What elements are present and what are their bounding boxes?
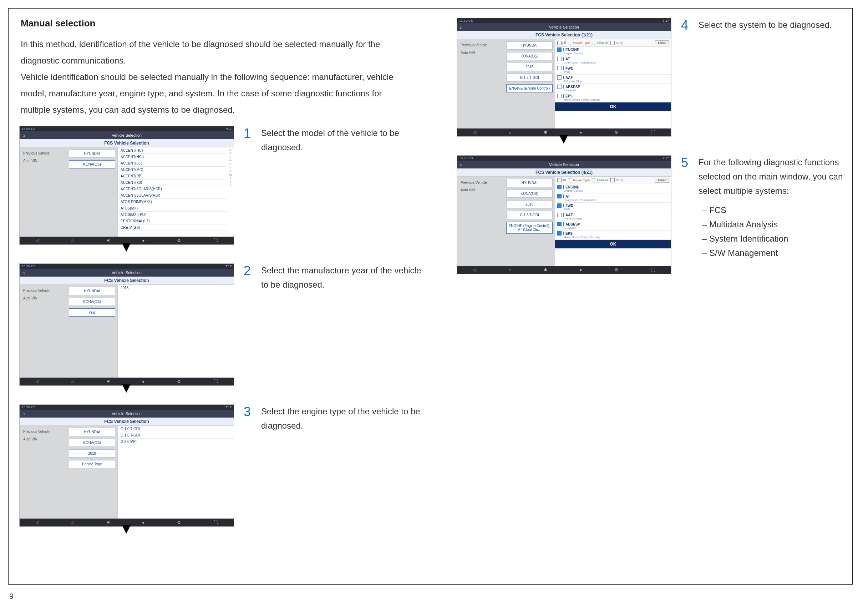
list-item[interactable]: 2018 xyxy=(118,285,234,291)
home-icon[interactable]: ⌂ xyxy=(22,270,25,275)
system-item[interactable]: AAFActive Air Flap xyxy=(555,75,671,84)
filter-power[interactable]: Power Type xyxy=(568,178,590,182)
ok-button[interactable]: OK xyxy=(555,103,671,111)
az-index[interactable]: S xyxy=(229,177,231,180)
nav-icon[interactable]: ⚙ xyxy=(177,520,181,525)
nav-icon[interactable]: ⛶ xyxy=(651,267,655,272)
breadcrumb-item[interactable]: G 1.6 T-GDI xyxy=(506,73,553,82)
filter-body[interactable]: Body xyxy=(611,41,623,45)
breadcrumb-item[interactable]: HYUNDAI xyxy=(69,287,115,295)
az-index[interactable]: A xyxy=(229,148,231,151)
list-item[interactable]: G 1.0 T-GDI xyxy=(118,426,234,432)
home-icon[interactable]: ⌂ xyxy=(22,412,25,416)
breadcrumb-item[interactable]: 2018 xyxy=(69,449,115,458)
clear-button[interactable]: Clear xyxy=(655,40,669,45)
list-item[interactable]: ACCENT(X3) xyxy=(118,180,227,186)
filter-chassis[interactable]: Chassis xyxy=(592,178,608,182)
az-index[interactable]: H xyxy=(229,162,231,166)
az-index[interactable]: I xyxy=(230,166,231,169)
home-icon[interactable]: ⌂ xyxy=(460,162,462,167)
home-icon[interactable]: ⌂ xyxy=(22,133,25,137)
sidebar-item-previous[interactable]: Previous Vehicle xyxy=(22,429,65,435)
filter-all[interactable]: All xyxy=(557,178,566,182)
sidebar-item-previous[interactable]: Previous Vehicle xyxy=(22,287,65,294)
sidebar-item-autovin[interactable]: Auto VIN xyxy=(459,50,502,56)
sidebar-item-autovin[interactable]: Auto VIN xyxy=(459,187,502,193)
nav-icon[interactable]: ⌂ xyxy=(71,520,74,525)
list-item[interactable]: CENTENNIAL(LZ) xyxy=(118,218,227,224)
nav-icon[interactable]: ⌂ xyxy=(509,130,511,135)
sidebar-item-previous[interactable]: Previous Vehicle xyxy=(22,150,65,156)
nav-icon[interactable]: ◁ xyxy=(36,379,39,384)
nav-icon[interactable]: ⛶ xyxy=(213,520,218,525)
breadcrumb-item[interactable]: KONA(OS) xyxy=(69,298,115,306)
az-index[interactable]: T xyxy=(230,180,231,183)
system-item[interactable]: ABSESPABS/ESP xyxy=(555,221,671,230)
filter-all[interactable]: All xyxy=(557,41,566,45)
nav-icon[interactable]: ⚙ xyxy=(177,238,181,243)
az-index[interactable]: E xyxy=(229,155,231,158)
nav-icon[interactable]: ● xyxy=(142,379,144,384)
nav-icon[interactable]: ✱ xyxy=(106,379,110,384)
nav-icon[interactable]: ✱ xyxy=(544,267,547,272)
list-item[interactable]: ACCENT(HCI) xyxy=(118,154,227,160)
breadcrumb-item[interactable]: Year xyxy=(69,308,115,317)
breadcrumb-item[interactable]: KONA(OS) xyxy=(506,52,553,60)
sidebar-item-autovin[interactable]: Auto VIN xyxy=(22,158,65,164)
list-item[interactable]: G 1.6 T-GDI xyxy=(118,432,234,439)
ok-button[interactable]: OK xyxy=(555,240,671,249)
list-item[interactable]: ACCENT(MC) xyxy=(118,167,227,173)
system-item[interactable]: ATDual Clutch Transmission xyxy=(555,193,671,203)
sidebar-item-autovin[interactable]: Auto VIN xyxy=(22,295,65,301)
filter-body[interactable]: Body xyxy=(611,178,623,182)
breadcrumb-item[interactable]: Engine Type xyxy=(69,460,115,468)
list-item[interactable]: ACCENT(HC) xyxy=(118,148,227,154)
nav-icon[interactable]: ⌂ xyxy=(71,238,74,243)
nav-icon[interactable]: ⚙ xyxy=(177,379,181,384)
nav-icon[interactable]: ● xyxy=(142,520,144,525)
nav-icon[interactable]: ⛶ xyxy=(213,238,218,243)
az-index[interactable]: G xyxy=(229,159,231,162)
system-item[interactable]: ABSESPABS/ESP xyxy=(555,84,671,93)
nav-icon[interactable]: ◁ xyxy=(36,238,39,243)
system-item[interactable]: 4WD4WD xyxy=(555,203,671,212)
nav-icon[interactable]: ⚙ xyxy=(614,130,618,135)
nav-icon[interactable]: ⚙ xyxy=(614,267,618,272)
list-item[interactable]: ATOS(MX) xyxy=(118,205,227,211)
nav-icon[interactable]: ◁ xyxy=(473,130,476,135)
az-index[interactable]: V xyxy=(229,184,231,187)
list-item[interactable]: ATOS PRIME(MXL) xyxy=(118,199,227,205)
filter-chassis[interactable]: Chassis xyxy=(592,41,608,45)
system-item[interactable]: ATDual Clutch Transmission xyxy=(555,56,671,65)
nav-icon[interactable]: ● xyxy=(142,238,144,243)
list-item[interactable]: ACCENT/SOLARIS(HCR) xyxy=(118,186,227,193)
system-item[interactable]: EPSMotor Driven Power Steering xyxy=(555,93,671,103)
list-item[interactable]: ATOS(MXI)-PDT xyxy=(118,211,227,218)
breadcrumb-item[interactable]: ENGINE (Engine Control), AT (Dual Clu... xyxy=(506,222,553,234)
nav-icon[interactable]: ● xyxy=(580,267,582,272)
breadcrumb-item[interactable]: KONA(OS) xyxy=(69,160,115,168)
breadcrumb-item[interactable]: HYUNDAI xyxy=(69,428,115,436)
system-item[interactable]: AAFActive Air Flap xyxy=(555,212,671,221)
list-item[interactable]: ACCENT(LC) xyxy=(118,160,227,167)
breadcrumb-item[interactable]: HYUNDAI xyxy=(69,149,115,158)
az-index[interactable]: K xyxy=(229,169,231,173)
breadcrumb-item[interactable]: HYUNDAI xyxy=(506,41,553,50)
breadcrumb-item[interactable]: ENGINE (Engine Control) xyxy=(506,84,553,92)
home-icon[interactable]: ⌂ xyxy=(460,25,462,29)
nav-icon[interactable]: ◁ xyxy=(473,267,476,272)
sidebar-item-previous[interactable]: Previous Vehicle xyxy=(459,42,502,48)
system-item[interactable]: ENGINEEngine Control xyxy=(555,184,671,193)
list-item[interactable]: CRETA(GS) xyxy=(118,224,227,231)
list-item[interactable]: ACCENT/SOLARIS(RBr) xyxy=(118,193,227,199)
sidebar-item-previous[interactable]: Previous Vehicle xyxy=(459,180,502,186)
list-item[interactable]: ACCENT(RB) xyxy=(118,173,227,180)
nav-icon[interactable]: ⛶ xyxy=(213,379,218,384)
breadcrumb-item[interactable]: G 1.6 T-GDI xyxy=(506,211,553,219)
system-item[interactable]: EPSMotor Driven Power Steering xyxy=(555,230,671,240)
clear-button[interactable]: Clear xyxy=(655,178,669,183)
az-index[interactable]: M xyxy=(229,173,232,176)
az-index[interactable]: C xyxy=(229,152,231,155)
list-item[interactable]: G 2.0 MPI xyxy=(118,439,234,445)
breadcrumb-item[interactable]: HYUNDAI xyxy=(506,179,553,187)
